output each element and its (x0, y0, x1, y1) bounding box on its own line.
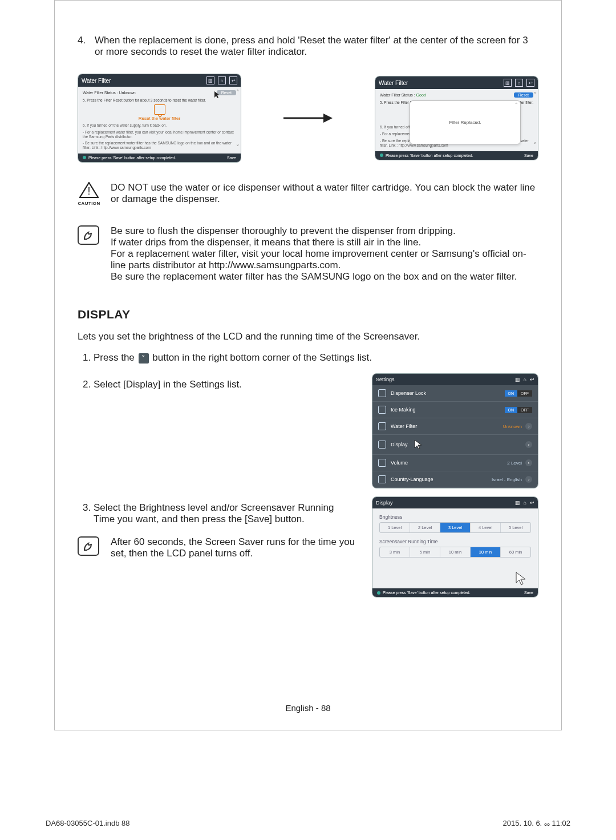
step-4: 4. When the replacement is done, press a… (78, 35, 538, 58)
settings-row-ice-making[interactable]: Ice MakingONOFF (372, 402, 538, 418)
fridge-icon[interactable]: ▥ (504, 79, 512, 87)
row-label: Water Filter (391, 423, 417, 429)
print-date: 2015. 10. 6. ₒₒ 11:02 (503, 819, 570, 827)
scroll-up-icon[interactable]: ˄ (236, 89, 240, 96)
chevron-right-icon[interactable]: › (525, 459, 532, 466)
screen-titlebar: Water Filter ▥ ⌂ ↩ (375, 76, 538, 89)
status-dot-icon (83, 156, 86, 159)
toggle[interactable]: ONOFF (505, 390, 533, 397)
cursor-icon (214, 91, 222, 99)
back-icon[interactable]: ↩ (530, 500, 534, 506)
modal-text: Filter Replaced. (449, 120, 481, 125)
settings-row-water-filter[interactable]: Water FilterUnknown› (372, 418, 538, 435)
scroll-up-icon[interactable]: ˄ (533, 91, 537, 99)
arrow-right-icon (241, 112, 375, 124)
chevron-right-icon[interactable]: › (525, 441, 532, 448)
cursor-icon (515, 571, 530, 586)
display-step-3: Select the Brightness level and/or Scree… (94, 502, 356, 525)
water-filter-screen-before: Water Filter ▥ ⌂ ↩ Water Filter Status :… (78, 74, 241, 163)
filter-status-before: Water Filter Status : Unknown (83, 91, 136, 95)
row-icon (378, 459, 386, 467)
segment-option[interactable]: 10 min (440, 547, 471, 557)
titlebar-icons: ▥ ⌂ ↩ (504, 79, 534, 87)
settings-row-dispenser-lock[interactable]: Dispenser LockONOFF (372, 385, 538, 402)
status-dot-icon (377, 591, 380, 595)
segment-option[interactable]: 3 Level (440, 523, 471, 532)
svg-marker-2 (323, 114, 333, 123)
save-button[interactable]: Save (524, 154, 533, 158)
screen-title: Water Filter (379, 80, 408, 86)
step-4-number: 4. (78, 35, 95, 58)
settings-row-volume[interactable]: Volume2 Level› (372, 455, 538, 471)
screensaver-segmented[interactable]: 3 min5 min10 min30 min60 min (379, 547, 531, 558)
note-line: For a replacement water filter, visit yo… (111, 248, 538, 271)
segment-option[interactable]: 5 Level (501, 523, 530, 532)
row-label: Dispenser Lock (391, 390, 426, 396)
row-label: Volume (391, 460, 408, 466)
step-4-text: When the replacement is done, press and … (95, 35, 538, 58)
fridge-icon[interactable]: ▥ (515, 377, 520, 382)
caution-text: DO NOT use the water or ice dispenser wi… (111, 182, 538, 206)
chevron-right-icon[interactable]: › (525, 423, 532, 430)
display-step-2: Select [Display] in the Settings list. (94, 379, 356, 390)
segment-option[interactable]: 5 min (410, 547, 440, 557)
caution-block: ! CAUTION DO NOT use the water or ice di… (78, 182, 538, 206)
back-icon[interactable]: ↩ (526, 79, 534, 87)
segment-option[interactable]: 60 min (501, 547, 530, 557)
row-value: Israel - English (492, 477, 522, 482)
segment-option[interactable]: 4 Level (471, 523, 501, 532)
fridge-icon[interactable]: ▥ (515, 500, 520, 506)
svg-text:!: ! (87, 185, 90, 197)
row-value: Unknown (503, 424, 522, 429)
note-icon (78, 225, 100, 282)
brightness-segmented[interactable]: 1 Level2 Level3 Level4 Level5 Level (379, 522, 531, 533)
manual-page: 4. When the replacement is done, press a… (54, 0, 562, 730)
toggle[interactable]: ONOFF (505, 407, 533, 413)
chevron-right-icon[interactable]: › (525, 476, 532, 483)
status-dot-icon (380, 154, 383, 157)
scroll-down-icon[interactable]: ˅ (533, 142, 537, 149)
settings-row-country-language[interactable]: Country-LanguageIsrael - English› (372, 471, 538, 488)
home-icon[interactable]: ⌂ (524, 500, 526, 506)
save-button[interactable]: Save (227, 156, 236, 160)
reset-button[interactable]: Reset (217, 90, 236, 95)
row-label: Display (391, 442, 408, 447)
segment-option[interactable]: 1 Level (380, 523, 410, 532)
close-icon[interactable]: ˄ (515, 102, 518, 108)
back-icon[interactable]: ↩ (530, 377, 534, 382)
back-icon[interactable]: ↩ (229, 76, 237, 84)
filter-status-good: Good (416, 93, 426, 97)
print-file: DA68-03055C-01.indb 88 (46, 819, 129, 827)
caution-label: CAUTION (78, 201, 100, 206)
note2-text: After 60 seconds, the Screen Saver runs … (111, 536, 356, 559)
segment-option[interactable]: 2 Level (410, 523, 440, 532)
segment-option[interactable]: 30 min (471, 547, 501, 557)
note-block: Be sure to flush the dispenser thoroughl… (78, 225, 538, 282)
chevron-down-icon[interactable]: ˅ (139, 353, 149, 364)
segment-option[interactable]: 3 min (380, 547, 410, 557)
caution-icon: ! CAUTION (78, 182, 100, 206)
svg-marker-0 (214, 91, 220, 98)
step-6-a: - For a replacement water filter, you ca… (83, 130, 236, 139)
settings-row-display[interactable]: Display› (372, 435, 538, 455)
home-icon[interactable]: ⌂ (515, 79, 523, 87)
save-button[interactable]: Save (524, 591, 533, 595)
step-5-text: 5. Press the Filter Reset button for abo… (83, 98, 236, 102)
screensaver-label: Screensaver Running Time (379, 539, 531, 544)
water-filter-screen-after: Water Filter ▥ ⌂ ↩ Water Filter Status :… (375, 76, 538, 160)
reset-button[interactable]: Reset (514, 92, 533, 98)
page-number: English - 88 (55, 703, 561, 713)
note-block-2: After 60 seconds, the Screen Saver runs … (78, 536, 356, 559)
display-steps: Press the ˅ button in the right bottom c… (78, 352, 538, 364)
svg-marker-5 (415, 440, 422, 449)
fridge-icon[interactable]: ▥ (206, 76, 214, 84)
home-icon[interactable]: ⌂ (218, 76, 226, 84)
row-value: 2 Level (507, 461, 522, 466)
screen-title: Water Filter (82, 78, 111, 84)
display-step-1: Press the ˅ button in the right bottom c… (94, 352, 538, 364)
display-intro: Lets you set the brightness of the LCD a… (78, 331, 538, 342)
note-text: Be sure to flush the dispenser thoroughl… (111, 225, 538, 282)
home-icon[interactable]: ⌂ (524, 377, 526, 382)
scroll-down-icon[interactable]: ˅ (236, 144, 240, 151)
display-heading: DISPLAY (78, 308, 538, 321)
